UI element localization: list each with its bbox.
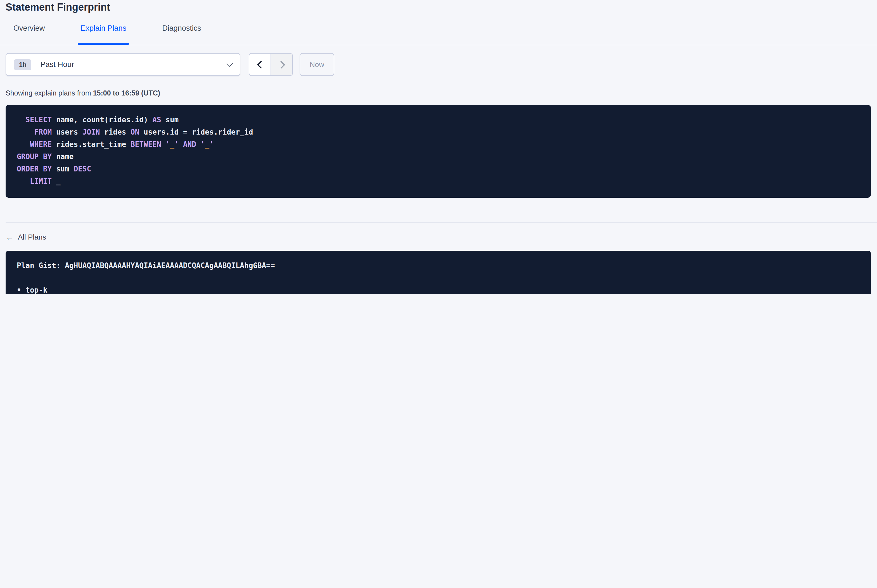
summary-prefix: Showing explain plans from [6,89,93,97]
time-range-badge: 1h [14,59,32,70]
time-step-buttons [249,53,293,76]
chevron-down-icon [227,60,233,67]
time-controls: 1h Past Hour Now [6,53,877,76]
time-range-select[interactable]: 1h Past Hour [6,53,240,76]
sql-statement-box: SELECT name, count(rides.id) AS sum FROM… [6,105,871,198]
page-title: Statement Fingerprint [0,0,877,14]
all-plans-label: All Plans [18,232,46,242]
plan-gist-code: Plan Gist: AgHUAQIABQAAAAHYAQIAiAEAAAADC… [6,251,871,294]
tab-explain-plans[interactable]: Explain Plans [81,20,126,45]
tab-overview[interactable]: Overview [14,20,45,45]
now-button[interactable]: Now [299,53,334,76]
sql-statement-code: SELECT name, count(rides.id) AS sum FROM… [6,105,871,188]
time-range-label: Past Hour [41,60,74,69]
section-divider [6,222,877,223]
tab-diagnostics[interactable]: Diagnostics [162,20,201,45]
plan-gist-box: Plan Gist: AgHUAQIABQAAAAHYAQIAiAEAAAADC… [6,251,871,294]
summary-range: 15:00 to 16:59 (UTC) [93,89,160,97]
statement-fingerprint-page: Statement Fingerprint Overview Explain P… [0,0,877,294]
chevron-right-icon [277,61,285,68]
prev-time-button[interactable] [249,54,271,75]
next-time-button[interactable] [271,54,292,75]
all-plans-back-link[interactable]: ← All Plans [6,232,46,242]
chevron-left-icon [257,61,265,68]
tab-bar: Overview Explain Plans Diagnostics [0,20,877,45]
back-arrow-icon: ← [6,232,14,242]
time-range-summary: Showing explain plans from 15:00 to 16:5… [6,89,877,98]
